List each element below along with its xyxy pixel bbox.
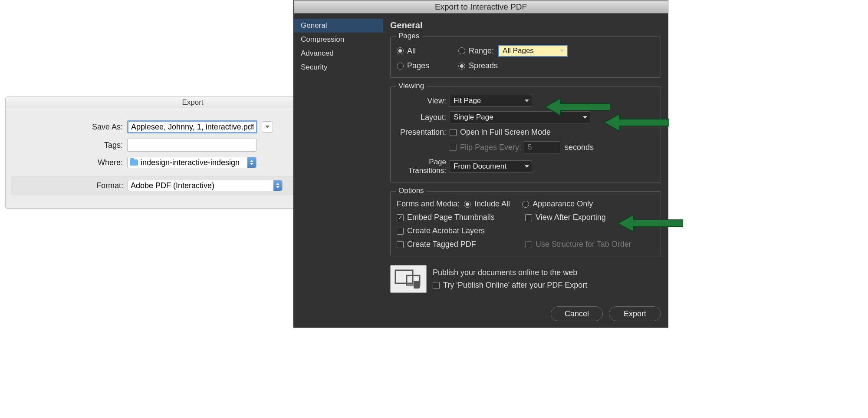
transitions-select[interactable]: From Document bbox=[450, 160, 532, 173]
radio-spreads[interactable] bbox=[458, 63, 465, 70]
publish-online-icon bbox=[390, 265, 427, 293]
radio-all[interactable] bbox=[397, 47, 404, 54]
sidebar-item-advanced[interactable]: Advanced bbox=[294, 46, 383, 60]
chevron-down-icon bbox=[525, 165, 529, 168]
radio-pages-label: Pages bbox=[407, 61, 446, 70]
layout-label: Layout: bbox=[397, 113, 450, 122]
tags-label: Tags: bbox=[6, 141, 127, 150]
chevron-down-icon bbox=[560, 50, 564, 52]
checkbox-structure-tab-label: Use Structure for Tab Order bbox=[536, 240, 631, 249]
save-as-input[interactable] bbox=[127, 120, 257, 133]
checkbox-tagged-pdf[interactable] bbox=[397, 241, 404, 248]
where-select[interactable]: indesign-interactive-indesign bbox=[127, 157, 256, 168]
chevron-down-icon bbox=[583, 116, 587, 119]
layout-select[interactable]: Single Page bbox=[450, 111, 590, 123]
radio-all-label: All bbox=[407, 46, 446, 56]
svg-rect-2 bbox=[414, 281, 420, 289]
panel-heading: General bbox=[390, 20, 661, 30]
view-select[interactable]: Fit Page bbox=[450, 95, 532, 107]
save-as-label: Save As: bbox=[6, 123, 127, 132]
chevron-down-icon bbox=[265, 126, 270, 128]
chevron-down-icon bbox=[525, 100, 529, 102]
flip-seconds-input: 5 bbox=[524, 141, 560, 153]
checkbox-acrobat-layers[interactable] bbox=[397, 228, 404, 235]
viewing-group: Viewing View: Fit Page Layout: Single Pa… bbox=[390, 86, 661, 182]
range-combo[interactable]: All Pages bbox=[498, 45, 568, 57]
layout-value: Single Page bbox=[454, 113, 493, 122]
publish-online-footer: Publish your documents online to the web… bbox=[390, 265, 661, 293]
pages-group-title: Pages bbox=[396, 32, 422, 40]
radio-include-all-label: Include All bbox=[474, 199, 510, 209]
sidebar-item-compression[interactable]: Compression bbox=[294, 33, 383, 46]
format-select[interactable]: Adobe PDF (Interactive) bbox=[128, 180, 283, 191]
checkbox-acrobat-layers-label: Create Acrobat Layers bbox=[407, 226, 485, 236]
presentation-label: Presentation: bbox=[397, 128, 450, 137]
stepper-icon bbox=[247, 157, 256, 168]
seconds-label: seconds bbox=[565, 143, 594, 152]
checkbox-structure-tab bbox=[525, 241, 532, 248]
cancel-button[interactable]: Cancel bbox=[551, 306, 603, 321]
pages-group: Pages All Range: All Pages Pages Spreads bbox=[390, 36, 661, 78]
checkbox-publish-online-label: Try 'Publish Online' after your PDF Expo… bbox=[443, 281, 587, 290]
checkbox-embed-thumbnails-label: Embed Page Thumbnails bbox=[407, 213, 525, 222]
format-label: Format: bbox=[11, 181, 128, 190]
where-label: Where: bbox=[6, 158, 127, 167]
checkbox-flip-label: Flip Pages Every: bbox=[460, 143, 521, 152]
transitions-label: Page Transitions: bbox=[397, 158, 450, 175]
checkbox-fullscreen[interactable] bbox=[450, 129, 457, 136]
tags-input[interactable] bbox=[127, 139, 256, 152]
pdf-export-dialog: Export to Interactive PDF General Compre… bbox=[293, 0, 668, 328]
where-value: indesign-interactive-indesign bbox=[141, 158, 240, 167]
radio-spreads-label: Spreads bbox=[469, 61, 498, 70]
sidebar-item-security[interactable]: Security bbox=[294, 60, 383, 74]
checkbox-tagged-pdf-label: Create Tagged PDF bbox=[407, 240, 525, 249]
range-value: All Pages bbox=[503, 46, 534, 55]
history-dropdown-button[interactable] bbox=[262, 121, 273, 133]
options-group: Options Forms and Media: Include All App… bbox=[390, 191, 661, 256]
radio-pages[interactable] bbox=[397, 63, 404, 70]
checkbox-view-after[interactable] bbox=[525, 214, 532, 221]
radio-appearance-only-label: Appearance Only bbox=[533, 199, 593, 209]
radio-range-label: Range: bbox=[469, 46, 494, 56]
checkbox-publish-online[interactable] bbox=[433, 282, 440, 289]
radio-appearance-only[interactable] bbox=[522, 201, 529, 208]
sidebar-item-general[interactable]: General bbox=[294, 19, 383, 33]
checkbox-flip bbox=[450, 144, 457, 151]
folder-icon bbox=[130, 159, 138, 166]
svg-rect-0 bbox=[395, 270, 413, 283]
checkbox-view-after-label: View After Exporting bbox=[536, 213, 606, 222]
stepper-icon bbox=[273, 180, 282, 191]
options-group-title: Options bbox=[396, 186, 427, 195]
transitions-value: From Document bbox=[454, 162, 506, 171]
export-button[interactable]: Export bbox=[609, 306, 661, 321]
radio-include-all[interactable] bbox=[464, 201, 471, 208]
settings-sidebar: General Compression Advanced Security bbox=[294, 13, 383, 327]
viewing-group-title: Viewing bbox=[396, 82, 427, 90]
publish-heading: Publish your documents online to the web bbox=[433, 268, 587, 277]
radio-range[interactable] bbox=[458, 47, 465, 54]
forms-label: Forms and Media: bbox=[397, 199, 460, 209]
checkbox-embed-thumbnails[interactable] bbox=[397, 214, 404, 221]
view-value: Fit Page bbox=[454, 96, 481, 105]
view-label: View: bbox=[397, 96, 450, 106]
pdf-dialog-title: Export to Interactive PDF bbox=[294, 0, 668, 13]
format-value: Adobe PDF (Interactive) bbox=[131, 181, 214, 190]
checkbox-fullscreen-label: Open in Full Screen Mode bbox=[460, 128, 551, 137]
